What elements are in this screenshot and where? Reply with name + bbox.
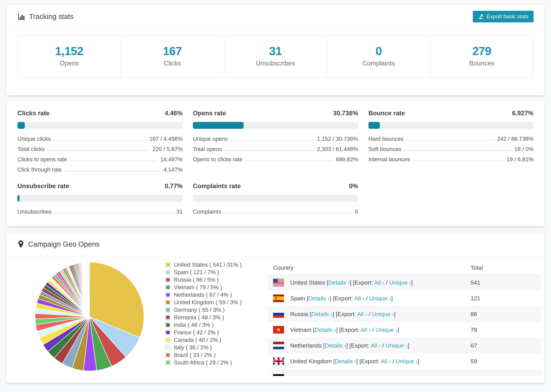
row-total: 86 (471, 311, 536, 317)
dotted-leader (224, 213, 352, 213)
page-title: Tracking stats (29, 13, 74, 21)
unsubscribe-rate-bar (17, 195, 183, 202)
legend-label: Canada ( 40 / 2% ) (174, 337, 221, 343)
export-unique-link[interactable]: Unique › (372, 311, 394, 317)
legend-swatch (165, 270, 170, 275)
export-icon (478, 14, 484, 20)
legend-swatch (165, 337, 170, 343)
dotted-leader (64, 171, 161, 171)
legend-label: United States ( 541 / 31% ) (174, 261, 242, 268)
legend-label: Russia ( 86 / 5% ) (174, 277, 219, 283)
export-unique-link[interactable]: Unique › (396, 358, 418, 364)
stat-opens-value: 1,152 (18, 44, 121, 58)
legend-label: Germany ( 55 / 3% ) (174, 307, 225, 313)
export-unique-link[interactable]: Unique › (389, 279, 411, 286)
flag-ru-icon (273, 310, 284, 318)
clicks-rate-bar (17, 122, 183, 129)
legend-swatch (165, 277, 170, 282)
bounce-rate-row: Internal bounces 19 / 6.81% (368, 156, 534, 163)
header-divider (7, 28, 544, 29)
legend-label: Vietnam ( 79 / 5% ) (174, 284, 222, 291)
geo-table: Country Total United States [Details ›] … (268, 261, 541, 376)
export-all-link[interactable]: All › (357, 311, 367, 317)
export-all-link[interactable]: All › (360, 327, 371, 333)
bounce-rate-title: Bounce rate (368, 110, 405, 117)
opens-rate-row: Unique opens 1,152 / 30.736% (193, 136, 358, 142)
stat-complaints-value: 0 (327, 44, 430, 58)
bounce-rate-section: Bounce rate 6.927% Hard bounces 242 / 86… (368, 110, 534, 173)
clicks-rate-bar-fill (17, 122, 25, 129)
stat-complaints-label: Complaints (327, 60, 430, 67)
export-all-link[interactable]: All › (381, 358, 391, 364)
export-unique-link[interactable]: Unique › (375, 327, 397, 333)
complaints-rate-value: 0% (349, 182, 358, 190)
legend-label: Italy ( 36 / 2% ) (174, 344, 212, 351)
geo-title: Campaign Geo Opens (28, 240, 99, 248)
flag-vn-icon (273, 326, 284, 334)
legend-item: Italy ( 36 / 2% ) (165, 344, 261, 351)
page: Tracking stats Export basic stats 1,152 … (0, 0, 551, 383)
details-link[interactable]: Details › (311, 311, 333, 317)
flag-de-icon (273, 374, 284, 376)
legend-swatch (165, 262, 170, 267)
geo-pie-wrap (34, 261, 145, 372)
clicks-rate-row: Unique clicks 167 / 4.456% (17, 136, 183, 142)
legend-label: South Africa ( 29 / 2% ) (174, 359, 232, 366)
dotted-leader (48, 150, 150, 151)
complaints-rate-bar (193, 195, 358, 202)
unsubscribe-rate-value: 0.77% (165, 182, 183, 190)
details-link[interactable]: Details › (328, 279, 350, 286)
stat-bounces-label: Bounces (430, 60, 533, 67)
opens-rate-row: Total opens 2,303 / 61.446% (193, 146, 358, 152)
dotted-leader (413, 161, 504, 161)
bounce-rate-row: Soft bounces 18 / 0% (368, 146, 534, 152)
legend-item: Romania ( 49 / 3% ) (165, 314, 261, 321)
country-column-header: Country (273, 264, 471, 271)
flag-nl-icon (273, 342, 284, 349)
rates-grid: Clicks rate 4.46% Unique clicks 167 / 4.… (17, 110, 534, 215)
dotted-leader (225, 150, 314, 151)
legend-item: South Africa ( 29 / 2% ) (165, 359, 261, 366)
opens-rate-value: 30.736% (333, 110, 358, 117)
stat-unsubscribes: 31 Unsubscribes (224, 35, 327, 78)
legend-item: Brazil ( 33 / 2% ) (165, 351, 261, 359)
details-link[interactable]: Details › (308, 295, 330, 301)
legend-item: Spain ( 121 / 7% ) (165, 268, 261, 276)
export-all-link[interactable]: All › (371, 342, 381, 349)
unsubscribe-rate-bar-fill (17, 195, 20, 202)
stat-opens: 1,152 Opens (18, 35, 121, 78)
complaints-rate-section: Complaints rate 0% Complaints 0 (193, 182, 358, 215)
geo-table-header: Country Total (268, 261, 541, 275)
complaints-rate-title: Complaints rate (193, 182, 241, 190)
export-all-link[interactable]: All › (354, 295, 364, 301)
legend-label: India ( 46 / 3% ) (174, 322, 214, 328)
export-button-label: Export basic stats (487, 14, 528, 20)
export-all-link[interactable]: All › (374, 279, 384, 286)
details-link[interactable]: Details › (335, 358, 356, 364)
legend-item: India ( 46 / 3% ) (165, 321, 261, 329)
clicks-rate-title: Clicks rate (17, 110, 49, 117)
clicks-rate-row: Clicks to opens rate 14.497% (17, 156, 183, 163)
opens-rate-title: Opens rate (193, 110, 226, 117)
legend-swatch (165, 300, 170, 305)
details-link[interactable]: Details › (315, 327, 336, 333)
row-total: 79 (471, 327, 536, 333)
dotted-leader (406, 140, 494, 140)
export-basic-stats-button[interactable]: Export basic stats (473, 11, 534, 22)
dotted-leader (53, 140, 147, 140)
legend-swatch (165, 322, 170, 328)
export-unique-link[interactable]: Unique › (386, 342, 408, 349)
geo-pie-chart (34, 261, 145, 372)
flag-gb-icon (273, 357, 284, 365)
unsubscribe-rate-section: Unsubscribe rate 0.77% Unsubscribes 31 (17, 182, 183, 215)
tracking-stats-title-wrap: Tracking stats (17, 13, 74, 21)
rates-card: Clicks rate 4.46% Unique clicks 167 / 4.… (6, 101, 545, 226)
unsubscribe-rate-title: Unsubscribe rate (17, 182, 69, 190)
legend-item: United States ( 541 / 31% ) (165, 261, 261, 268)
details-link[interactable]: Details › (325, 342, 346, 349)
legend-swatch (165, 360, 170, 365)
geo-title-wrap: Campaign Geo Opens (17, 240, 99, 248)
export-unique-link[interactable]: Unique › (369, 295, 391, 301)
dotted-leader (70, 161, 158, 161)
table-row: Netherlands [Details ›] [Export: All › /… (268, 338, 541, 353)
